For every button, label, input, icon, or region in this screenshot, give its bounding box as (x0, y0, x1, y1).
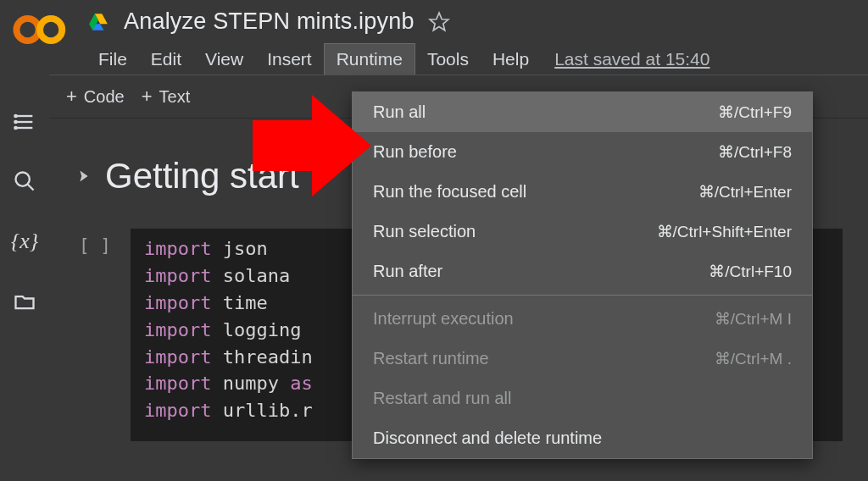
document-title[interactable]: Analyze STEPN mints.ipynb (124, 8, 415, 35)
svg-point-10 (14, 121, 16, 123)
menu-insert[interactable]: Insert (255, 44, 324, 75)
menu-disconnect-delete[interactable]: Disconnect and delete runtime (353, 418, 812, 458)
svg-marker-15 (80, 171, 87, 182)
add-code-label: Code (84, 87, 125, 107)
variables-icon[interactable]: {x} (11, 229, 38, 254)
svg-point-12 (14, 127, 16, 129)
plus-icon: + (66, 86, 77, 108)
menu-run-focused[interactable]: Run the focused cell ⌘/Ctrl+Enter (353, 172, 812, 212)
search-icon[interactable] (13, 169, 36, 193)
star-icon[interactable] (428, 11, 450, 33)
add-code-button[interactable]: + Code (66, 86, 125, 108)
svg-point-1 (40, 19, 62, 41)
drive-icon (86, 11, 110, 33)
menu-edit[interactable]: Edit (139, 44, 193, 75)
svg-line-14 (28, 185, 34, 191)
section-toggle-icon[interactable] (75, 167, 93, 185)
menu-tools[interactable]: Tools (415, 44, 481, 75)
menu-bar: File Edit View Insert Runtime Tools Help… (86, 43, 868, 75)
left-rail: {x} (0, 91, 49, 481)
menu-help[interactable]: Help (481, 44, 541, 75)
add-text-button[interactable]: + Text (142, 86, 191, 108)
section-title: Getting start (105, 156, 299, 196)
menu-run-before[interactable]: Run before ⌘/Ctrl+F8 (353, 132, 812, 172)
add-text-label: Text (159, 87, 191, 107)
plus-icon: + (142, 86, 153, 108)
menu-interrupt: Interrupt execution ⌘/Ctrl+M I (353, 299, 812, 339)
svg-point-0 (16, 19, 38, 41)
toc-icon[interactable] (13, 110, 36, 134)
menu-restart-run-all: Restart and run all (353, 379, 812, 418)
files-icon[interactable] (13, 290, 36, 313)
menu-run-selection[interactable]: Run selection ⌘/Ctrl+Shift+Enter (353, 212, 812, 252)
menu-separator (353, 295, 812, 296)
svg-point-8 (14, 115, 16, 117)
svg-marker-6 (430, 13, 448, 30)
colab-logo[interactable] (12, 12, 68, 51)
runtime-dropdown: Run all ⌘/Ctrl+F9 Run before ⌘/Ctrl+F8 R… (352, 91, 813, 459)
last-saved-text[interactable]: Last saved at 15:40 (554, 49, 709, 69)
menu-restart: Restart runtime ⌘/Ctrl+M . (353, 339, 812, 379)
menu-runtime[interactable]: Runtime (324, 43, 415, 75)
svg-point-13 (16, 173, 30, 186)
menu-run-all[interactable]: Run all ⌘/Ctrl+F9 (353, 92, 812, 132)
cell-execution-indicator[interactable]: [ ] (75, 229, 115, 441)
menu-view[interactable]: View (193, 44, 255, 75)
menu-file[interactable]: File (86, 44, 139, 75)
menu-run-after[interactable]: Run after ⌘/Ctrl+F10 (353, 252, 812, 291)
